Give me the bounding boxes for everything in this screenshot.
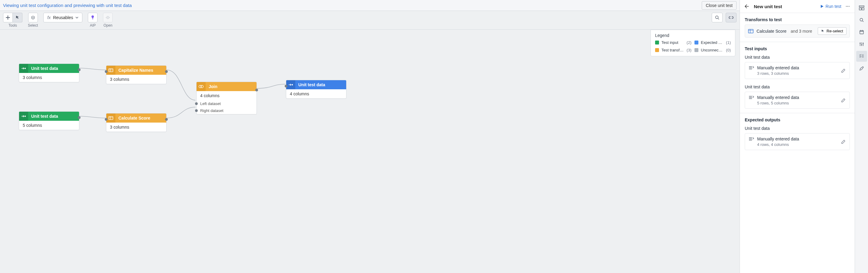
checklist-icon [859, 54, 864, 59]
open-button [103, 13, 113, 23]
edit-icon[interactable] [841, 98, 846, 103]
graph-canvas[interactable]: Legend Test input (2) Expected output (1… [0, 30, 740, 273]
move-tool-button[interactable] [3, 13, 13, 23]
svg-point-13 [292, 84, 293, 86]
node-output[interactable]: Unit test data 4 columns [286, 80, 346, 99]
close-unit-test-button[interactable]: Close unit test [702, 1, 737, 10]
node-input-2[interactable]: Unit test data 5 columns [19, 111, 79, 130]
run-test-button[interactable]: Run test [820, 4, 841, 9]
panel-title: New unit test [754, 4, 782, 9]
manual-data-icon [749, 95, 754, 100]
select-icon [821, 29, 825, 33]
swatch-gray-icon [694, 48, 699, 52]
transform-icon [106, 66, 115, 75]
back-button[interactable] [744, 3, 750, 10]
node-join[interactable]: Join 4 columns Left dataset Right datase… [196, 82, 257, 114]
manual-data-icon [749, 137, 754, 141]
edit-icon[interactable] [841, 68, 846, 73]
target-tool-button[interactable] [28, 13, 38, 23]
unit-test-panel: New unit test Run test ⋯ Transforms to t… [740, 0, 855, 273]
output-1-name: Unit test data [740, 125, 855, 133]
layout-icon [859, 5, 864, 10]
input-card-1[interactable]: Manually entered data 3 rows, 3 columns [745, 62, 850, 79]
swatch-green-icon [655, 40, 659, 44]
svg-rect-17 [862, 8, 864, 10]
swatch-blue-icon [694, 40, 699, 44]
rail-sliders-button[interactable] [856, 39, 867, 49]
banner-text: Viewing unit test configuration and prev… [3, 3, 132, 8]
svg-rect-19 [860, 31, 864, 34]
search-button[interactable] [712, 13, 723, 23]
svg-rect-2 [92, 19, 93, 19]
svg-rect-3 [92, 19, 93, 20]
svg-point-8 [25, 115, 26, 117]
search-icon [715, 15, 720, 20]
legend: Legend Test input (2) Expected output (1… [651, 30, 735, 56]
input-2-name: Unit test data [740, 83, 855, 92]
legend-item-unconnected: Unconnected dat… (0) [694, 48, 731, 53]
transforms-heading: Transforms to test [740, 13, 855, 25]
svg-point-1 [32, 17, 33, 18]
transforms-selection: Calculate Score and 3 more Re-select [745, 25, 850, 37]
join-left-port: Left dataset [196, 100, 256, 107]
reusables-dropdown[interactable]: fx Reusables [43, 13, 82, 23]
chevron-down-icon [75, 16, 79, 19]
more-button[interactable]: ⋯ [844, 4, 851, 9]
link-icon [728, 16, 734, 20]
svg-rect-16 [859, 8, 861, 10]
input-icon [19, 112, 28, 121]
sliders-icon [859, 42, 864, 46]
play-icon [820, 4, 824, 8]
legend-item-test-input: Test input (2) [655, 40, 691, 45]
input-card-2[interactable]: Manually entered data 5 rows, 5 columns [745, 92, 850, 109]
open-label: Open [103, 23, 112, 28]
fx-icon: fx [47, 15, 51, 20]
svg-rect-15 [859, 6, 864, 7]
svg-point-7 [25, 68, 26, 69]
join-icon [196, 82, 206, 91]
svg-point-22 [863, 43, 864, 44]
rail-checklist-button[interactable] [856, 51, 867, 62]
output-card-1[interactable]: Manually entered data 4 rows, 4 columns [745, 133, 850, 150]
input-icon [19, 64, 28, 73]
outputs-heading: Expected outputs [740, 113, 855, 125]
node-input-1[interactable]: Unit test data 3 columns [19, 64, 79, 82]
legend-title: Legend [655, 33, 731, 38]
transform-icon [106, 113, 115, 123]
input-1-name: Unit test data [740, 54, 855, 62]
rail-search-button[interactable] [856, 14, 867, 26]
select-label: Select [28, 23, 38, 28]
aip-label: AIP [90, 23, 96, 28]
rail-layout-button[interactable] [856, 2, 867, 13]
edit-icon[interactable] [841, 139, 846, 144]
svg-rect-9 [109, 69, 113, 72]
search-icon [859, 18, 864, 23]
right-rail [855, 0, 868, 273]
svg-rect-10 [109, 116, 113, 120]
svg-point-6 [716, 16, 718, 19]
rail-pen-button[interactable] [856, 63, 867, 74]
pen-icon [859, 66, 864, 71]
aip-button[interactable] [88, 13, 97, 23]
svg-point-21 [861, 44, 862, 45]
node-calculate-score[interactable]: Calculate Score 3 columns [106, 113, 166, 132]
toolbar: Tools Select fx Reusables [0, 11, 740, 30]
inputs-heading: Test inputs [740, 42, 855, 54]
arrow-left-icon [744, 4, 749, 9]
join-right-port: Right dataset [196, 107, 256, 114]
manual-data-icon [749, 66, 754, 70]
transform-icon [748, 29, 753, 34]
rail-calendar-button[interactable] [856, 27, 867, 37]
tools-label: Tools [8, 23, 17, 28]
info-banner: Viewing unit test configuration and prev… [0, 0, 740, 11]
svg-point-20 [860, 43, 861, 44]
select-tool-button[interactable] [13, 13, 23, 23]
reselect-button[interactable]: Re-select [818, 27, 846, 35]
link-toggle-button[interactable] [726, 13, 737, 23]
node-capitalize-names[interactable]: Capitalize Names 3 columns [106, 65, 166, 84]
output-icon [286, 80, 295, 89]
reusables-label: Reusables [53, 15, 73, 20]
swatch-yellow-icon [655, 48, 659, 52]
calendar-icon [859, 30, 864, 34]
svg-point-12 [201, 86, 204, 88]
